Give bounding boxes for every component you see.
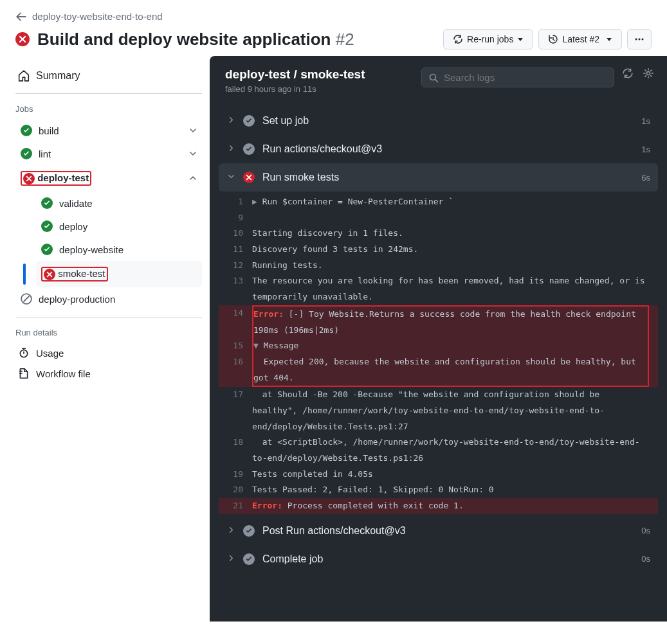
sidebar-summary[interactable]: Summary <box>15 65 202 87</box>
x-circle-icon <box>44 269 55 280</box>
step-time: 0s <box>641 554 650 564</box>
step-run-smoke-tests[interactable]: Run smoke tests 6s <box>219 163 658 192</box>
caret-down-icon <box>606 36 612 42</box>
job-validate[interactable]: validate <box>36 192 202 215</box>
sync-icon <box>453 34 463 44</box>
chevron-down-icon[interactable] <box>189 125 197 136</box>
log-output: 1▶ Run $container = New-PesterContainer … <box>219 192 658 517</box>
step-time: 6s <box>641 173 650 183</box>
rerun-jobs-button[interactable]: Re-run jobs <box>443 29 533 49</box>
home-icon <box>18 70 30 82</box>
back-arrow-icon[interactable] <box>15 10 27 22</box>
job-build[interactable]: build <box>15 119 202 142</box>
sidebar-jobs-label: Jobs <box>15 104 202 114</box>
job-deploy[interactable]: deploy <box>36 215 202 238</box>
check-circle-icon <box>41 197 53 209</box>
chevron-right-icon <box>226 145 235 154</box>
stopwatch-icon <box>18 347 30 359</box>
chevron-right-icon <box>226 555 235 564</box>
search-icon <box>428 73 439 83</box>
x-circle-icon <box>243 172 255 183</box>
sidebar-usage[interactable]: Usage <box>15 343 202 363</box>
log-title: deploy-test / smoke-test <box>225 67 414 82</box>
check-grey-icon <box>243 525 255 537</box>
page-title: Build and deploy website application #2 <box>37 30 354 49</box>
job-deploy-test[interactable]: deploy-test <box>15 165 202 192</box>
chevron-right-icon <box>226 526 235 535</box>
chevron-down-icon[interactable] <box>189 148 197 159</box>
check-grey-icon <box>243 143 255 155</box>
check-circle-icon <box>41 220 53 232</box>
step-checkout[interactable]: Run actions/checkout@v3 1s <box>219 135 658 163</box>
job-deploy-website[interactable]: deploy-website <box>36 238 202 261</box>
step-time: 0s <box>641 526 650 535</box>
step-time: 1s <box>641 145 650 154</box>
history-icon <box>548 34 558 44</box>
check-circle-icon <box>41 244 53 255</box>
skip-circle-icon <box>21 293 32 305</box>
log-error-group: 14 Error: [-] Toy Website.Returns a succ… <box>219 305 658 338</box>
chevron-down-icon <box>226 173 235 182</box>
step-post-checkout[interactable]: Post Run actions/checkout@v3 0s <box>219 517 658 545</box>
check-grey-icon <box>243 115 255 127</box>
more-actions-button[interactable] <box>627 29 652 49</box>
breadcrumb: deploy-toy-website-end-to-end <box>15 10 652 22</box>
step-complete-job[interactable]: Complete job 0s <box>219 545 658 573</box>
job-lint[interactable]: lint <box>15 142 202 165</box>
sidebar-workflow-file[interactable]: Workflow file <box>15 363 202 384</box>
sidebar-run-details-label: Run details <box>15 328 202 337</box>
x-circle-icon <box>23 173 35 184</box>
caret-down-icon <box>517 36 524 42</box>
log-search[interactable] <box>421 67 614 87</box>
job-deploy-production[interactable]: deploy-production <box>15 287 202 310</box>
workflow-link[interactable]: deploy-toy-website-end-to-end <box>32 11 163 22</box>
log-subtitle: failed 9 hours ago in 11s <box>225 84 414 94</box>
file-icon <box>18 368 30 379</box>
run-number: #2 <box>336 30 354 49</box>
run-status-icon <box>15 32 30 46</box>
chevron-right-icon <box>226 116 235 125</box>
chevron-up-icon[interactable] <box>189 173 197 184</box>
step-time: 1s <box>641 116 650 126</box>
log-settings-button[interactable] <box>643 67 654 79</box>
check-circle-icon <box>21 125 32 136</box>
latest-run-button[interactable]: Latest #2 <box>538 29 622 49</box>
job-smoke-test[interactable]: smoke-test <box>36 261 202 287</box>
kebab-icon <box>634 34 644 44</box>
check-circle-icon <box>21 148 32 159</box>
check-grey-icon <box>243 553 255 565</box>
refresh-logs-button[interactable] <box>622 67 634 79</box>
step-setup-job[interactable]: Set up job 1s <box>219 107 658 135</box>
log-search-input[interactable] <box>444 72 607 83</box>
